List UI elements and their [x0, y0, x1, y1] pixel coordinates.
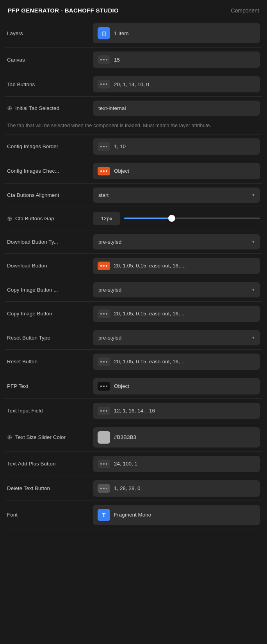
- value-cta-buttons-alignment[interactable]: start ▾: [93, 188, 260, 203]
- row-text-size-slider-color: ⊕Text Size Slider Color #B3B3B3: [5, 423, 262, 452]
- dropdown-download-button-ty[interactable]: pre-styled ▾: [93, 234, 260, 249]
- icon-reset-button[interactable]: [98, 357, 110, 366]
- icon-layers: [ ]: [98, 27, 110, 39]
- value-canvas: 15: [93, 51, 260, 68]
- dropdown-text-reset-button-type: pre-styled: [98, 335, 121, 341]
- chevron-icon-download-button-ty: ▾: [252, 239, 255, 244]
- label-font: Font: [7, 512, 93, 518]
- row-reset-button: Reset Button 20, 1.05, 0.15, ease-out, 1…: [5, 350, 262, 374]
- row-config-images-border: Config Images Border 1, 10: [5, 134, 262, 159]
- label-cta-buttons-alignment: Cta Buttons Alignment: [7, 192, 93, 198]
- icon-download-button[interactable]: [98, 262, 110, 270]
- icon-tab-buttons[interactable]: [98, 80, 110, 88]
- slider-value-cta-buttons-gap: 12px: [93, 212, 120, 225]
- value-layers: [ ] 1 Item: [93, 23, 260, 43]
- plus-icon-initial-tab[interactable]: ⊕: [7, 104, 12, 112]
- value-copy-image-button-type[interactable]: pre-styled ▾: [93, 282, 260, 297]
- description-row-initial-tab-desc: The tab that will be selected when the c…: [5, 120, 262, 134]
- row-copy-image-button: Copy Image Button 20, 1.05, 0.15, ease-o…: [5, 302, 262, 326]
- value-text-canvas: 15: [114, 57, 120, 63]
- rows-container: Layers [ ] 1 Item Canvas 15 Tab Buttons …: [0, 19, 267, 529]
- value-initial-tab[interactable]: text-internal: [93, 101, 260, 116]
- row-tab-buttons: Tab Buttons 20, 1, 14, 10, 0: [5, 72, 262, 97]
- plus-icon-cta-buttons-gap[interactable]: ⊕: [7, 215, 12, 222]
- label-download-button: Download Button: [7, 263, 93, 269]
- value-text-download-button: 20, 1.05, 0.15, ease-out, 16, ...: [114, 263, 186, 269]
- value-text-text-size-slider-color: #B3B3B3: [114, 434, 136, 440]
- label-layers: Layers: [7, 30, 93, 36]
- dropdown-reset-button-type[interactable]: pre-styled ▾: [93, 330, 260, 345]
- label-config-images-check: Config Images Chec...: [7, 168, 93, 174]
- row-config-images-check: Config Images Chec... Object: [5, 159, 262, 184]
- value-reset-button-type[interactable]: pre-styled ▾: [93, 330, 260, 345]
- label-copy-image-button-type: Copy Image Button ...: [7, 287, 93, 293]
- icon-canvas[interactable]: [98, 55, 110, 64]
- value-text-add-plus-button: 24, 100, 1: [93, 456, 260, 472]
- value-text-tab-buttons: 20, 1, 14, 10, 0: [114, 81, 149, 87]
- chevron-icon-reset-button-type: ▾: [252, 335, 255, 340]
- color-swatch-text-size-slider-color[interactable]: [98, 431, 110, 444]
- row-pfp-text: PFP Text Object: [5, 374, 262, 399]
- value-download-button: 20, 1.05, 0.15, ease-out, 16, ...: [93, 258, 260, 274]
- icon-font: T: [98, 509, 110, 521]
- icon-config-images-border[interactable]: [98, 142, 110, 151]
- row-initial-tab: ⊕Initial Tab Selected text-internal: [5, 97, 262, 120]
- label-delete-text-button: Delete Text Button: [7, 485, 93, 491]
- row-canvas: Canvas 15: [5, 48, 262, 72]
- row-font: Font T Fragment Mono: [5, 501, 262, 529]
- row-download-button: Download Button 20, 1.05, 0.15, ease-out…: [5, 254, 262, 278]
- chevron-icon-cta-buttons-alignment: ▾: [252, 192, 255, 198]
- icon-text-add-plus-button[interactable]: [98, 460, 110, 468]
- label-download-button-ty: Download Button Ty...: [7, 239, 93, 245]
- icon-copy-image-button[interactable]: [98, 310, 110, 318]
- row-reset-button-type: Reset Button Type pre-styled ▾: [5, 326, 262, 350]
- value-copy-image-button: 20, 1.05, 0.15, ease-out, 16, ...: [93, 306, 260, 322]
- label-pfp-text: PFP Text: [7, 383, 93, 389]
- label-text-size-slider-color: ⊕Text Size Slider Color: [7, 433, 93, 441]
- value-text-config-images-border: 1, 10: [114, 143, 126, 149]
- value-download-button-ty[interactable]: pre-styled ▾: [93, 234, 260, 249]
- value-config-images-border: 1, 10: [93, 138, 260, 155]
- label-text-input-field: Text Input Field: [7, 408, 93, 414]
- value-text-input-field: 12, 1, 16, 14, , 16: [93, 403, 260, 419]
- row-delete-text-button: Delete Text Button 1, 28, 28, 0: [5, 476, 262, 501]
- row-cta-buttons-alignment: Cta Buttons Alignment start ▾: [5, 184, 262, 207]
- text-input-initial-tab[interactable]: text-internal: [93, 101, 260, 116]
- value-text-font: Fragment Mono: [114, 512, 151, 518]
- value-text-text-input-field: 12, 1, 16, 14, , 16: [114, 408, 155, 414]
- header: PFP GENERATOR - BACHOFF STUDIO Component: [0, 0, 267, 19]
- slider-track-cta-buttons-gap[interactable]: [124, 218, 260, 219]
- dropdown-cta-buttons-alignment[interactable]: start ▾: [93, 188, 260, 203]
- value-tab-buttons: 20, 1, 14, 10, 0: [93, 76, 260, 92]
- label-reset-button: Reset Button: [7, 359, 93, 364]
- row-copy-image-button-type: Copy Image Button ... pre-styled ▾: [5, 278, 262, 302]
- value-text-copy-image-button: 20, 1.05, 0.15, ease-out, 16, ...: [114, 311, 186, 317]
- value-reset-button: 20, 1.05, 0.15, ease-out, 16, ...: [93, 354, 260, 370]
- plus-icon-text-size-slider-color[interactable]: ⊕: [7, 433, 12, 441]
- value-cta-buttons-gap: 12px: [93, 212, 260, 225]
- dropdown-text-download-button-ty: pre-styled: [98, 239, 121, 245]
- icon-delete-text-button[interactable]: [98, 484, 110, 493]
- value-font: T Fragment Mono: [93, 505, 260, 525]
- value-text-pfp-text: Object: [114, 383, 129, 389]
- dropdown-text-copy-image-button-type: pre-styled: [98, 287, 121, 293]
- label-reset-button-type: Reset Button Type: [7, 335, 93, 341]
- label-cta-buttons-gap: ⊕Cta Buttons Gap: [7, 215, 93, 222]
- row-download-button-ty: Download Button Ty... pre-styled ▾: [5, 230, 262, 254]
- dropdown-text-cta-buttons-alignment: start: [98, 192, 109, 198]
- row-text-add-plus-button: Text Add Plus Button 24, 100, 1: [5, 452, 262, 476]
- icon-pfp-text[interactable]: [98, 382, 110, 391]
- value-text-size-slider-color: #B3B3B3: [93, 427, 260, 448]
- chevron-icon-copy-image-button-type: ▾: [252, 287, 255, 292]
- label-text-add-plus-button: Text Add Plus Button: [7, 461, 93, 467]
- value-config-images-check: Object: [93, 163, 260, 179]
- dropdown-copy-image-button-type[interactable]: pre-styled ▾: [93, 282, 260, 297]
- value-text-layers: 1 Item: [114, 30, 129, 36]
- label-copy-image-button: Copy Image Button: [7, 311, 93, 317]
- value-delete-text-button: 1, 28, 28, 0: [93, 480, 260, 497]
- icon-text-input-field[interactable]: [98, 407, 110, 415]
- label-canvas: Canvas: [7, 57, 93, 63]
- value-text-delete-text-button: 1, 28, 28, 0: [114, 485, 141, 491]
- value-pfp-text: Object: [93, 378, 260, 395]
- icon-config-images-check[interactable]: [98, 167, 110, 175]
